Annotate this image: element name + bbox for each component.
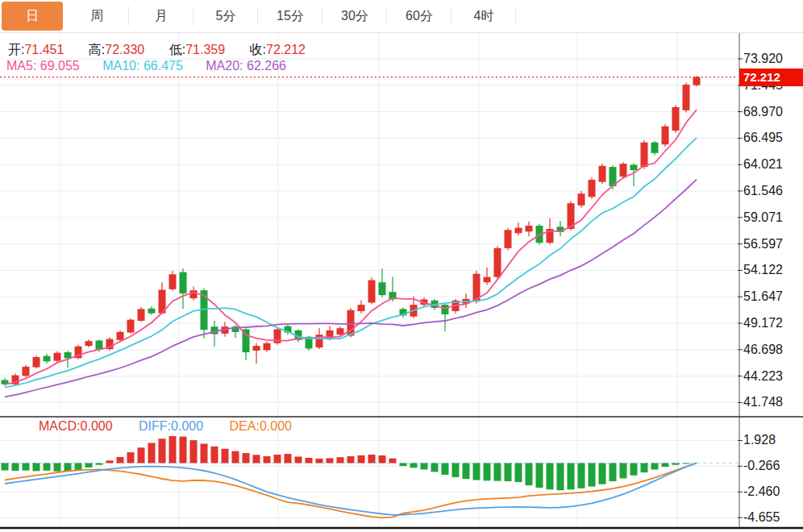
macd-bar	[148, 443, 156, 463]
macd-bar	[379, 455, 386, 463]
trading-chart-app: 日周月5分15分30分60分4时 开:71.451 高:72.330 低:71.…	[0, 0, 803, 532]
macd-bar	[327, 458, 334, 463]
macd-bar	[23, 463, 30, 471]
candle	[368, 281, 376, 303]
candle	[662, 127, 669, 145]
candle	[23, 367, 30, 376]
candle	[253, 346, 260, 351]
macd-bar	[180, 437, 187, 463]
candle	[85, 341, 93, 346]
macd-bar	[651, 463, 659, 470]
macd-bar	[463, 463, 470, 480]
ma20-label: MA20:	[206, 59, 243, 73]
macd-bar	[641, 463, 648, 473]
macd-bar	[442, 463, 449, 476]
macd-bar	[547, 463, 554, 490]
candle	[693, 77, 701, 85]
ma20-line	[5, 180, 697, 397]
open-value: 71.451	[24, 43, 64, 56]
candle	[442, 305, 449, 314]
price-axis-label: 68.970	[743, 106, 783, 118]
macd-bar	[389, 459, 397, 463]
macd-bar	[536, 463, 543, 488]
candle	[515, 228, 522, 234]
macd-bar	[75, 463, 82, 470]
macd-axis-label: -2.460	[743, 485, 780, 498]
price-pane	[0, 76, 738, 397]
low-value: 71.359	[185, 43, 225, 56]
tab-month[interactable]: 月	[129, 0, 193, 32]
macd-value: 0.000	[81, 419, 113, 433]
candle	[620, 164, 627, 177]
macd-axis-label: 1.928	[743, 434, 776, 447]
macd-bar	[44, 463, 51, 471]
price-axis-label: 56.597	[743, 238, 783, 251]
candle	[505, 230, 512, 248]
candle	[169, 274, 177, 289]
price-axis-label: 73.920	[743, 52, 783, 65]
price-axis-label: 41.748	[743, 396, 783, 409]
macd-bar	[12, 463, 19, 472]
macd-bar	[211, 447, 218, 463]
macd-bar	[358, 455, 365, 463]
macd-bar	[264, 456, 271, 463]
ma-readout: MA5: 69.055 MA10: 66.475 MA20: 62.266	[6, 59, 306, 73]
candle	[54, 353, 61, 361]
tab-60min[interactable]: 60分	[387, 0, 451, 32]
macd-bar	[295, 456, 302, 463]
macd-axis-label: -0.266	[743, 459, 780, 472]
dea-value: 0.000	[260, 419, 292, 433]
open-label: 开:	[8, 43, 24, 56]
macd-bar	[96, 463, 103, 465]
tab-5min[interactable]: 5分	[193, 0, 258, 32]
macd-bar	[201, 443, 208, 463]
ma5-label: MA5:	[6, 59, 36, 73]
tab-day[interactable]: 日	[2, 2, 63, 31]
macd-bar	[190, 440, 198, 463]
macd-bar	[505, 463, 512, 482]
macd-label: MACD:	[39, 419, 81, 433]
tab-15min[interactable]: 15分	[258, 0, 322, 32]
macd-bar	[347, 456, 355, 463]
macd-bar	[421, 463, 428, 470]
macd-bar	[578, 463, 585, 488]
macd-bar	[557, 463, 564, 491]
tab-4hour[interactable]: 4时	[451, 0, 516, 32]
macd-bar	[243, 453, 250, 463]
candle	[526, 226, 533, 231]
high-value: 72.330	[105, 43, 144, 56]
dea-label: DEA:	[230, 419, 260, 433]
candlestick-chart[interactable]	[0, 0, 803, 532]
candle	[630, 164, 638, 170]
macd-bar	[54, 463, 61, 472]
macd-bar	[410, 463, 418, 468]
tab-30min[interactable]: 30分	[322, 0, 387, 32]
macd-bar	[630, 463, 638, 476]
candle	[337, 328, 344, 335]
macd-bar	[106, 460, 114, 463]
macd-readout: MACD:0.000 DIFF:0.000 DEA:0.000	[39, 419, 314, 434]
macd-bar	[568, 463, 575, 490]
macd-bar	[526, 463, 533, 486]
macd-bar	[285, 454, 292, 463]
macd-bar	[64, 463, 72, 472]
ma10-value: 66.475	[144, 59, 183, 73]
diff-value: 0.000	[171, 419, 203, 433]
macd-bar	[662, 463, 669, 468]
macd-bar	[232, 451, 239, 463]
tab-week[interactable]: 周	[64, 0, 129, 32]
macd-axis-label: -4.655	[743, 511, 780, 524]
candle	[578, 193, 585, 206]
macd-bar	[589, 463, 596, 487]
price-axis-label: 51.647	[743, 290, 783, 303]
macd-bar	[494, 463, 501, 481]
macd-bar	[138, 447, 145, 463]
candle	[358, 305, 365, 311]
price-axis-label: 49.172	[743, 317, 783, 330]
macd-bar	[274, 455, 281, 463]
price-axis-label: 46.698	[743, 343, 783, 356]
close-label: 收:	[250, 43, 266, 56]
price-axis-label: 61.546	[743, 185, 783, 197]
diff-label: DIFF:	[139, 419, 171, 433]
candle	[180, 272, 187, 294]
